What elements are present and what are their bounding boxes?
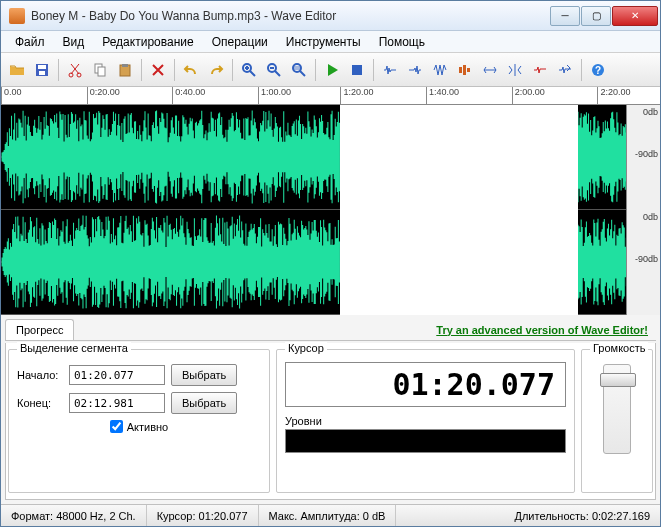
- ruler-tick: 2:20.00: [597, 87, 630, 105]
- effect-insert-icon[interactable]: [553, 58, 577, 82]
- status-amplitude: Макс. Амплитуда: 0 dB: [259, 505, 397, 526]
- cursor-time-display: 01:20.077: [285, 362, 566, 407]
- zoom-in-icon[interactable]: [237, 58, 261, 82]
- selection-region[interactable]: [340, 105, 577, 315]
- zoom-selection-icon[interactable]: [287, 58, 311, 82]
- svg-rect-14: [459, 67, 462, 73]
- svg-rect-8: [122, 64, 128, 67]
- status-duration: Длительность: 0:02:27.169: [504, 505, 660, 526]
- cursor-title: Курсор: [285, 342, 327, 354]
- copy-icon[interactable]: [88, 58, 112, 82]
- end-label: Конец:: [17, 397, 63, 409]
- start-input[interactable]: [69, 365, 165, 385]
- select-start-button[interactable]: Выбрать: [171, 364, 237, 386]
- play-icon[interactable]: [320, 58, 344, 82]
- statusbar: Формат: 48000 Hz, 2 Ch. Курсор: 01:20.07…: [1, 504, 660, 526]
- ruler-tick: 0.00: [1, 87, 22, 105]
- volume-slider[interactable]: [603, 364, 631, 454]
- cursor-group: Курсор 01:20.077 Уровни: [276, 349, 575, 493]
- window-title: Boney M - Baby Do You Wanna Bump.mp3 - W…: [31, 9, 550, 23]
- effect-normalize-icon[interactable]: [453, 58, 477, 82]
- volume-title: Громкость: [590, 342, 648, 354]
- save-icon[interactable]: [30, 58, 54, 82]
- svg-rect-15: [463, 65, 466, 75]
- app-icon: [9, 8, 25, 24]
- advanced-version-link[interactable]: Try an advanced version of Wave Editor!: [428, 320, 656, 340]
- ruler-tick: 1:20.00: [340, 87, 373, 105]
- close-button[interactable]: ✕: [612, 6, 658, 26]
- levels-meter: [285, 429, 566, 453]
- volume-group: Громкость: [581, 349, 653, 493]
- status-format: Формат: 48000 Hz, 2 Ch.: [1, 505, 147, 526]
- maximize-button[interactable]: ▢: [581, 6, 611, 26]
- svg-rect-2: [39, 71, 45, 75]
- effect-invert-icon[interactable]: [503, 58, 527, 82]
- db-scale: 0db -90db 0db -90db: [626, 105, 660, 315]
- menubar: Файл Вид Редактирование Операции Инструм…: [1, 31, 660, 53]
- active-checkbox[interactable]: [110, 420, 123, 433]
- undo-icon[interactable]: [179, 58, 203, 82]
- effect-silence-icon[interactable]: [528, 58, 552, 82]
- menu-operations[interactable]: Операции: [204, 33, 276, 51]
- select-end-button[interactable]: Выбрать: [171, 392, 237, 414]
- menu-edit[interactable]: Редактирование: [94, 33, 201, 51]
- window-controls: ─ ▢ ✕: [550, 6, 658, 26]
- toolbar: ?: [1, 53, 660, 87]
- timeline-ruler[interactable]: 0.00 0:20.00 0:40.00 1:00.00 1:20.00 1:4…: [1, 87, 660, 105]
- delete-icon[interactable]: [146, 58, 170, 82]
- titlebar: Boney M - Baby Do You Wanna Bump.mp3 - W…: [1, 1, 660, 31]
- start-label: Начало:: [17, 369, 63, 381]
- ruler-tick: 0:40.00: [172, 87, 205, 105]
- effect-fadeout-icon[interactable]: [403, 58, 427, 82]
- segment-title: Выделение сегмента: [17, 342, 131, 354]
- active-label: Активно: [127, 421, 169, 433]
- segment-group: Выделение сегмента Начало: Выбрать Конец…: [8, 349, 270, 493]
- menu-tools[interactable]: Инструменты: [278, 33, 369, 51]
- zoom-out-icon[interactable]: [262, 58, 286, 82]
- ruler-tick: 1:00.00: [258, 87, 291, 105]
- svg-rect-6: [98, 67, 105, 76]
- svg-rect-1: [38, 65, 46, 69]
- levels-label: Уровни: [285, 415, 566, 427]
- svg-rect-12: [294, 66, 300, 70]
- waveform-display[interactable]: 0db -90db 0db -90db: [1, 105, 660, 315]
- svg-text:?: ?: [595, 65, 601, 76]
- svg-rect-13: [352, 65, 362, 75]
- status-cursor: Курсор: 01:20.077: [147, 505, 259, 526]
- stop-icon[interactable]: [345, 58, 369, 82]
- volume-thumb[interactable]: [600, 373, 636, 387]
- ruler-tick: 1:40.00: [426, 87, 459, 105]
- tab-row: Прогресс Try an advanced version of Wave…: [5, 319, 656, 341]
- tab-progress[interactable]: Прогресс: [5, 319, 74, 340]
- menu-help[interactable]: Помощь: [371, 33, 433, 51]
- menu-file[interactable]: Файл: [7, 33, 53, 51]
- effect-reverse-icon[interactable]: [478, 58, 502, 82]
- paste-icon[interactable]: [113, 58, 137, 82]
- redo-icon[interactable]: [204, 58, 228, 82]
- ruler-tick: 2:00.00: [512, 87, 545, 105]
- effect-fadein-icon[interactable]: [378, 58, 402, 82]
- open-icon[interactable]: [5, 58, 29, 82]
- ruler-tick: 0:20.00: [87, 87, 120, 105]
- effect-amplify-icon[interactable]: [428, 58, 452, 82]
- help-icon[interactable]: ?: [586, 58, 610, 82]
- cut-icon[interactable]: [63, 58, 87, 82]
- svg-rect-16: [467, 68, 470, 72]
- end-input[interactable]: [69, 393, 165, 413]
- app-window: Boney M - Baby Do You Wanna Bump.mp3 - W…: [0, 0, 661, 527]
- bottom-panel: Прогресс Try an advanced version of Wave…: [1, 315, 660, 504]
- menu-view[interactable]: Вид: [55, 33, 93, 51]
- minimize-button[interactable]: ─: [550, 6, 580, 26]
